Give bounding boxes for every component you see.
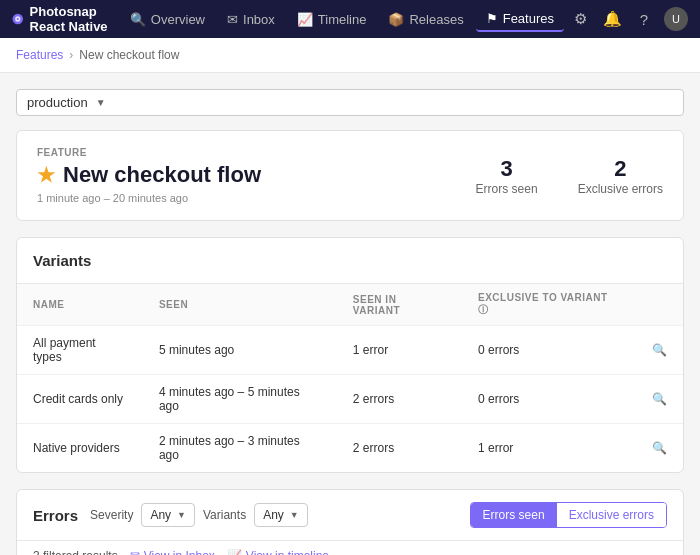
errors-filters: Severity Any ▼ Variants Any ▼ [90, 503, 458, 527]
breadcrumb: Features › New checkout flow [0, 38, 700, 73]
variant-seen: 2 minutes ago – 3 minutes ago [143, 424, 337, 473]
overview-icon: 🔍 [130, 12, 146, 27]
variants-col-seen: SEEN [143, 284, 337, 326]
brand-logo [12, 8, 24, 30]
variants-col-name: NAME [17, 284, 143, 326]
errors-section: Errors Severity Any ▼ Variants Any ▼ Err… [16, 489, 684, 555]
nav-item-timeline[interactable]: 📈 Timeline [287, 8, 377, 31]
severity-value: Any [150, 508, 171, 522]
nav-item-features[interactable]: ⚑ Features [476, 7, 564, 32]
errors-seen-toggle[interactable]: Errors seen [471, 503, 557, 527]
variant-exclusive: 0 errors [462, 326, 636, 375]
variants-table: NAME SEEN SEEN IN VARIANT EXCLUSIVE TO V… [17, 284, 683, 472]
timeline-icon: 📈 [297, 12, 313, 27]
environment-value: production [27, 95, 88, 110]
dropdown-caret: ▼ [96, 97, 106, 108]
feature-card-left: FEATURE ★ New checkout flow 1 minute ago… [37, 147, 476, 204]
releases-icon: 📦 [388, 12, 404, 27]
variants-filter-label: Variants [203, 508, 246, 522]
variants-card: Variants NAME SEEN SEEN IN VARIANT EXCLU… [16, 237, 684, 473]
environment-dropdown[interactable]: production ▼ [16, 89, 684, 116]
inbox-link-icon: ✉ [130, 549, 140, 555]
variants-col-exclusive: EXCLUSIVE TO VARIANT ⓘ [462, 284, 636, 326]
nav-item-overview[interactable]: 🔍 Overview [120, 8, 215, 31]
variant-name: Native providers [17, 424, 143, 473]
view-inbox-link[interactable]: ✉ View in Inbox [130, 549, 215, 555]
variants-row: All payment types 5 minutes ago 1 error … [17, 326, 683, 375]
variant-search[interactable]: 🔍 [636, 326, 683, 375]
topnav-right: ⚙ 🔔 ? U [568, 7, 688, 31]
bell-icon[interactable]: 🔔 [600, 10, 624, 28]
errors-seen-label: Errors seen [476, 182, 538, 196]
nav-item-releases[interactable]: 📦 Releases [378, 8, 473, 31]
brand[interactable]: Photosnap React Native [12, 4, 108, 34]
variant-seen-in: 2 errors [337, 375, 462, 424]
settings-icon[interactable]: ⚙ [568, 10, 592, 28]
nav-label-timeline: Timeline [318, 12, 367, 27]
variant-seen: 4 minutes ago – 5 minutes ago [143, 375, 337, 424]
severity-caret: ▼ [177, 510, 186, 520]
svg-point-2 [17, 18, 19, 20]
features-icon: ⚑ [486, 11, 498, 26]
variant-search[interactable]: 🔍 [636, 424, 683, 473]
variants-row: Native providers 2 minutes ago – 3 minut… [17, 424, 683, 473]
variants-title: Variants [17, 238, 683, 284]
severity-label: Severity [90, 508, 133, 522]
nav-label-features: Features [503, 11, 554, 26]
timeline-link-icon: 📈 [227, 549, 242, 555]
breadcrumb-current: New checkout flow [79, 48, 179, 62]
inbox-icon: ✉ [227, 12, 238, 27]
feature-card: FEATURE ★ New checkout flow 1 minute ago… [16, 130, 684, 221]
variants-filter-caret: ▼ [290, 510, 299, 520]
variants-row: Credit cards only 4 minutes ago – 5 minu… [17, 375, 683, 424]
feature-time: 1 minute ago – 20 minutes ago [37, 192, 476, 204]
breadcrumb-separator: › [69, 48, 73, 62]
errors-seen-count: 3 [476, 156, 538, 182]
variant-seen-in: 2 errors [337, 424, 462, 473]
feature-stats: 3 Errors seen 2 Exclusive errors [476, 156, 663, 196]
view-timeline-label: View in timeline [246, 549, 329, 555]
feature-name: New checkout flow [63, 162, 261, 188]
brand-name: Photosnap React Native [30, 4, 108, 34]
nav-links: 🔍 Overview ✉ Inbox 📈 Timeline 📦 Releases… [120, 7, 564, 32]
view-inbox-label: View in Inbox [144, 549, 215, 555]
view-timeline-link[interactable]: 📈 View in timeline [227, 549, 329, 555]
nav-label-releases: Releases [409, 12, 463, 27]
errors-title: Errors [33, 507, 78, 524]
exclusive-errors-label: Exclusive errors [578, 182, 663, 196]
variant-search[interactable]: 🔍 [636, 375, 683, 424]
variants-col-seen-variant: SEEN IN VARIANT [337, 284, 462, 326]
feature-label: FEATURE [37, 147, 476, 158]
exclusive-errors-toggle[interactable]: Exclusive errors [557, 503, 666, 527]
variant-exclusive: 0 errors [462, 375, 636, 424]
errors-seen-stat: 3 Errors seen [476, 156, 538, 196]
severity-dropdown[interactable]: Any ▼ [141, 503, 195, 527]
user-avatar[interactable]: U [664, 7, 688, 31]
breadcrumb-parent[interactable]: Features [16, 48, 63, 62]
errors-header: Errors Severity Any ▼ Variants Any ▼ Err… [17, 490, 683, 541]
top-nav: Photosnap React Native 🔍 Overview ✉ Inbo… [0, 0, 700, 38]
variants-filter-value: Any [263, 508, 284, 522]
result-count: 3 filtered results [33, 549, 118, 555]
exclusive-errors-count: 2 [578, 156, 663, 182]
help-icon[interactable]: ? [632, 11, 656, 28]
variant-name: Credit cards only [17, 375, 143, 424]
variants-dropdown[interactable]: Any ▼ [254, 503, 308, 527]
variant-exclusive: 1 error [462, 424, 636, 473]
variant-seen-in: 1 error [337, 326, 462, 375]
errors-sub: 3 filtered results ✉ View in Inbox 📈 Vie… [17, 541, 683, 555]
variant-name: All payment types [17, 326, 143, 375]
nav-label-overview: Overview [151, 12, 205, 27]
exclusive-errors-stat: 2 Exclusive errors [578, 156, 663, 196]
errors-toggle-group: Errors seen Exclusive errors [470, 502, 667, 528]
variant-seen: 5 minutes ago [143, 326, 337, 375]
variants-col-action [636, 284, 683, 326]
star-icon: ★ [37, 163, 55, 187]
main-content: production ▼ FEATURE ★ New checkout flow… [0, 73, 700, 555]
feature-title: ★ New checkout flow [37, 162, 476, 188]
nav-label-inbox: Inbox [243, 12, 275, 27]
nav-item-inbox[interactable]: ✉ Inbox [217, 8, 285, 31]
